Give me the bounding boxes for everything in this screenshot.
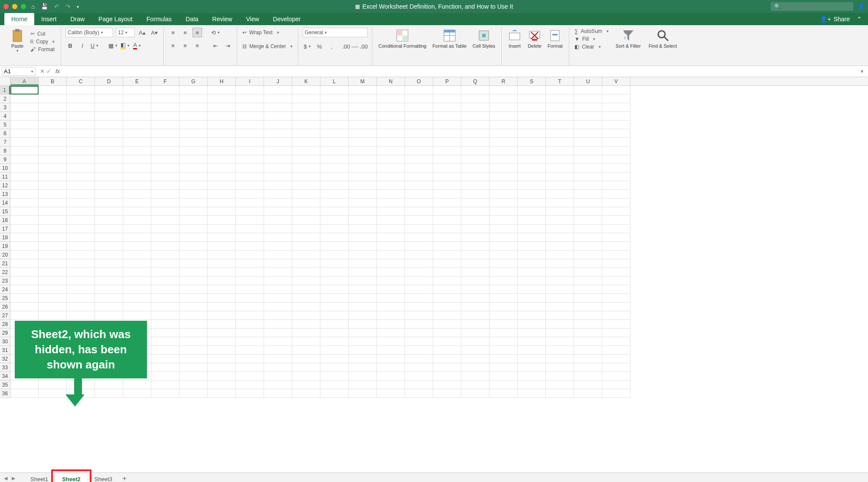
cell-G35[interactable] (179, 381, 208, 389)
cell-A16[interactable] (10, 216, 39, 225)
cell-D9[interactable] (95, 155, 123, 164)
cell-T10[interactable] (546, 164, 574, 173)
tab-scroll-right-icon[interactable]: ▶ (10, 475, 17, 481)
cell-B12[interactable] (39, 181, 67, 190)
cell-C2[interactable] (67, 94, 95, 103)
cell-S17[interactable] (518, 225, 546, 233)
cell-A25[interactable] (10, 294, 39, 303)
cell-E19[interactable] (123, 242, 151, 251)
cell-R22[interactable] (489, 268, 518, 277)
cell-P25[interactable] (433, 294, 461, 303)
cell-J20[interactable] (264, 251, 292, 259)
cell-H27[interactable] (208, 311, 236, 320)
cell-I31[interactable] (236, 346, 264, 355)
cell-K4[interactable] (292, 112, 320, 120)
cell-F30[interactable] (151, 337, 179, 346)
column-header-U[interactable]: U (574, 77, 602, 85)
cell-Q24[interactable] (461, 285, 489, 294)
cell-U11[interactable] (574, 173, 602, 181)
cell-L35[interactable] (320, 381, 349, 389)
cell-V28[interactable] (602, 320, 630, 329)
cell-L30[interactable] (320, 337, 349, 346)
tab-developer[interactable]: Developer (266, 13, 308, 25)
cell-K13[interactable] (292, 190, 320, 199)
cell-H11[interactable] (208, 173, 236, 181)
cell-V20[interactable] (602, 251, 630, 259)
cell-P8[interactable] (433, 147, 461, 155)
cell-B23[interactable] (39, 277, 67, 285)
cell-V34[interactable] (602, 372, 630, 381)
cell-T9[interactable] (546, 155, 574, 164)
row-header-26[interactable]: 26 (0, 303, 10, 311)
fill-button[interactable]: ▼Fill (574, 36, 610, 42)
cell-I20[interactable] (236, 251, 264, 259)
cell-V32[interactable] (602, 355, 630, 363)
cell-I19[interactable] (236, 242, 264, 251)
cell-V23[interactable] (602, 277, 630, 285)
cell-S22[interactable] (518, 268, 546, 277)
cell-H26[interactable] (208, 303, 236, 311)
cell-I27[interactable] (236, 311, 264, 320)
cell-L22[interactable] (320, 268, 349, 277)
cell-H1[interactable] (208, 86, 236, 94)
cell-P1[interactable] (433, 86, 461, 94)
cell-J33[interactable] (264, 363, 292, 372)
cell-M25[interactable] (349, 294, 377, 303)
cell-C11[interactable] (67, 173, 95, 181)
cell-I34[interactable] (236, 372, 264, 381)
cell-C25[interactable] (67, 294, 95, 303)
cell-K28[interactable] (292, 320, 320, 329)
cell-D12[interactable] (95, 181, 123, 190)
cell-G31[interactable] (179, 346, 208, 355)
row-header-36[interactable]: 36 (0, 389, 10, 398)
cell-F1[interactable] (151, 86, 179, 94)
cell-V24[interactable] (602, 285, 630, 294)
cell-F27[interactable] (151, 311, 179, 320)
cell-O5[interactable] (405, 120, 433, 129)
cell-T2[interactable] (546, 94, 574, 103)
increase-decimal-icon[interactable]: .00→ (344, 42, 354, 51)
cell-K12[interactable] (292, 181, 320, 190)
cell-M3[interactable] (349, 103, 377, 112)
cell-K18[interactable] (292, 233, 320, 242)
cell-L14[interactable] (320, 199, 349, 207)
cell-H5[interactable] (208, 120, 236, 129)
cell-P18[interactable] (433, 233, 461, 242)
cell-U18[interactable] (574, 233, 602, 242)
cell-I10[interactable] (236, 164, 264, 173)
cell-F4[interactable] (151, 112, 179, 120)
cell-K20[interactable] (292, 251, 320, 259)
cell-H35[interactable] (208, 381, 236, 389)
cell-T15[interactable] (546, 207, 574, 216)
cell-R24[interactable] (489, 285, 518, 294)
cell-F34[interactable] (151, 372, 179, 381)
cell-F14[interactable] (151, 199, 179, 207)
row-header-8[interactable]: 8 (0, 147, 10, 155)
cell-F9[interactable] (151, 155, 179, 164)
cell-G16[interactable] (179, 216, 208, 225)
row-header-15[interactable]: 15 (0, 207, 10, 216)
currency-icon[interactable]: $ (303, 42, 312, 51)
cell-M6[interactable] (349, 129, 377, 138)
cell-H8[interactable] (208, 147, 236, 155)
cell-J15[interactable] (264, 207, 292, 216)
cell-A6[interactable] (10, 129, 39, 138)
cell-A23[interactable] (10, 277, 39, 285)
cell-B3[interactable] (39, 103, 67, 112)
cell-E35[interactable] (123, 381, 151, 389)
cell-E15[interactable] (123, 207, 151, 216)
cell-M12[interactable] (349, 181, 377, 190)
cell-F16[interactable] (151, 216, 179, 225)
cell-S32[interactable] (518, 355, 546, 363)
formula-input[interactable] (62, 67, 858, 76)
cell-R21[interactable] (489, 259, 518, 268)
row-header-2[interactable]: 2 (0, 94, 10, 103)
save-icon[interactable]: 💾 (41, 3, 48, 10)
cell-O17[interactable] (405, 225, 433, 233)
cell-Q9[interactable] (461, 155, 489, 164)
cell-K21[interactable] (292, 259, 320, 268)
cell-D26[interactable] (95, 303, 123, 311)
cell-O23[interactable] (405, 277, 433, 285)
cell-A9[interactable] (10, 155, 39, 164)
cell-G10[interactable] (179, 164, 208, 173)
